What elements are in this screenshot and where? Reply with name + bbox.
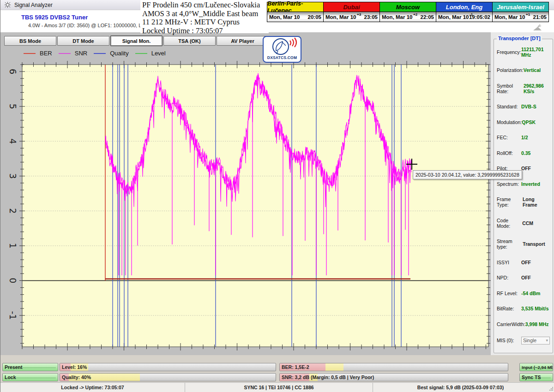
tab-av-player[interactable]: AV Player: [217, 36, 269, 46]
transponder-panel: Transponder [DT] Frequency:11211,701 MHz…: [494, 39, 553, 353]
resize-grip[interactable]: [548, 383, 554, 392]
transponder-row-label: Standard:: [497, 104, 518, 109]
mode-tabs: BS Mode DT Mode Signal Mon. TSA (OK) AV …: [4, 36, 269, 46]
transponder-row-value: Inverted: [521, 181, 550, 187]
transponder-panel-title: Transponder [DT]: [497, 36, 542, 41]
svg-text:1: 1: [8, 243, 18, 249]
tab-dt-mode[interactable]: DT Mode: [57, 36, 109, 46]
transponder-row-value: DVB-S: [521, 104, 550, 109]
legend-swatch: [94, 53, 106, 54]
transponder-row-value: -54 dBm: [521, 291, 550, 296]
transponder-row: RollOff:0.35: [497, 150, 550, 156]
transponder-row-value: OFF: [521, 166, 550, 171]
snr-gauge: SNR: 3,2 dB (Margin: 0,5 dB | Very Poor): [279, 373, 508, 381]
lock-indicator: Lock: [2, 373, 58, 381]
transponder-row: Polarization:Vertical: [497, 67, 550, 73]
transponder-row-value: 3,535 Mbit/s: [521, 306, 550, 311]
chevron-down-icon: ▾: [546, 338, 548, 343]
transponder-row-label: Spectrum:: [497, 181, 519, 187]
transponder-row: Spectrum:Inverted: [497, 181, 550, 187]
chart-tooltip: 2025-03-10 20.04.12, value: 3,2999999523…: [413, 170, 522, 179]
clock-date: Mon, Mar 10: [269, 14, 300, 20]
signal-chart-plot[interactable]: -10123456: [4, 46, 491, 357]
clock-time: 23:05: [364, 14, 378, 20]
transponder-row-value: 1/2: [521, 135, 550, 140]
transponder-row-label: Code Mode:: [497, 218, 522, 229]
transponder-row: Symbol Rate:2962,986 KS/s: [497, 83, 550, 94]
clock-date: Mon, Mar 10: [382, 14, 412, 20]
mis-select[interactable]: Single▾: [521, 337, 550, 344]
transponder-row: Code Mode:CCM: [497, 218, 550, 229]
level-gauge: Level: 16%: [60, 363, 276, 371]
status-bar: Locked -> Uptime: 73:05:07 SYNC 16 | TEI…: [0, 382, 554, 392]
clock-utc-offset: -1: [470, 12, 473, 17]
transponder-row: NPD:OFF: [497, 275, 550, 280]
transponder-row-label: Polarization:: [497, 67, 524, 73]
annotation-line: Locked Uptime : 73:05:07: [142, 27, 269, 36]
transponder-row-label: RF Level:: [497, 291, 518, 296]
legend-swatch: [24, 53, 36, 54]
svg-text:3: 3: [8, 173, 18, 179]
transponder-row: RF Level:-54 dBm: [497, 291, 550, 296]
signal-analyzer-window: Signal Analyzer TBS 5925 DVBS2 Tuner 4.0…: [0, 0, 554, 392]
transponder-row-value: 11211,701 MHz: [521, 47, 550, 58]
window-title: Signal Analyzer: [14, 2, 53, 8]
transponder-row-value: OFF: [521, 275, 550, 280]
world-clocks: Berlin-Paris-Lučenec Mon, Mar 1020:05 Du…: [267, 2, 549, 22]
annotation-line: PF Prodelin 450 cm/Lučenec-Slovakia: [142, 1, 269, 10]
legend-swatch: [59, 53, 71, 54]
clock-city-label: Berlin-Paris-Lučenec: [267, 2, 323, 12]
logo-text: DXSATCS.COM: [267, 55, 297, 60]
clock-date: Mon, Mar 10: [438, 14, 469, 20]
signal-chart-region: -10123456 BER SNR Quality Level: [4, 46, 491, 355]
transponder-row-value: 3,998 MHz: [525, 321, 550, 327]
transponder-row-label: RollOff:: [497, 150, 513, 156]
input-indicator: Input (~2,94 Mbps): [519, 363, 553, 371]
clock-time: 22:05: [421, 14, 434, 20]
clock-city-label: Jerusalem-Israel: [493, 2, 548, 12]
transponder-row: FEC:1/2: [497, 135, 550, 140]
clock-utc-offset: +3: [357, 12, 361, 17]
transponder-row-label: Modulation:: [497, 119, 522, 125]
transponder-row: CarrierWidth:3,998 MHz: [497, 321, 550, 327]
chart-legend: BER SNR Quality Level: [24, 50, 166, 57]
annotation-line: AMOS 3 at 4,0°W_Middle East beam: [142, 10, 269, 18]
legend-swatch: [135, 53, 147, 54]
transponder-row: Modulation:QPSK: [497, 119, 550, 125]
clock-dubai: Dubai Mon, Mar 10+323:05: [323, 2, 380, 22]
dxsatcs-logo: DXSATCS.COM: [263, 36, 301, 63]
legend-item-snr: SNR: [59, 50, 87, 57]
transponder-row-value: Long Frame: [523, 196, 550, 208]
annotation-line: 11 212 MHz-V : METV Cyprus: [142, 18, 269, 27]
clock-moscow: Moscow Mon, Mar 10+222:05: [379, 2, 436, 22]
annotation-overlay: PF Prodelin 450 cm/Lučenec-Slovakia AMOS…: [140, 0, 269, 33]
svg-text:5: 5: [8, 104, 18, 109]
mis-row: MIS (0):Single▾: [497, 337, 550, 344]
app-dish-icon: [4, 1, 11, 8]
transponder-row-label: BitRate:: [497, 306, 514, 311]
transponder-row-value: 2962,986 KS/s: [524, 83, 550, 94]
tab-signal-mon[interactable]: Signal Mon.: [110, 36, 163, 46]
clock-time: 21:05: [533, 14, 547, 20]
quality-gauge: Quality: 40%: [60, 373, 276, 381]
transponder-row-label: CarrierWidth:: [497, 321, 525, 327]
clock-city-label: Dubai: [324, 2, 379, 12]
transponder-row: Frame Type:Long Frame: [497, 196, 550, 208]
tab-tsa[interactable]: TSA (OK): [163, 36, 216, 46]
transponder-row-value: QPSK: [522, 119, 550, 125]
clock-jerusalem: Jerusalem-Israel Mon, Mar 10+121:05: [492, 2, 549, 22]
mis-label: MIS (0):: [497, 338, 514, 343]
status-sync-tei-cc: SYNC 16 | TEI 10746 | CC 1886: [185, 383, 373, 392]
clock-utc-offset: +2: [413, 12, 417, 17]
clock-city-label: London, Eng: [436, 2, 492, 12]
transponder-row-value: Transport: [523, 241, 550, 247]
transponder-row-label: NPD:: [497, 275, 508, 280]
svg-text:6: 6: [8, 69, 18, 74]
transponder-row: ISSYIOFF: [497, 260, 550, 265]
tab-bs-mode[interactable]: BS Mode: [4, 36, 56, 46]
clock-date: Mon, Mar 10: [494, 14, 525, 20]
transponder-row-value: Vertical: [524, 67, 550, 73]
status-best-signal: Best signal: 5,9 dB (2025-03-09 07:03): [373, 383, 548, 392]
transponder-row: Standard:DVB-S: [497, 104, 550, 109]
transponder-row-label: FEC:: [497, 135, 508, 140]
